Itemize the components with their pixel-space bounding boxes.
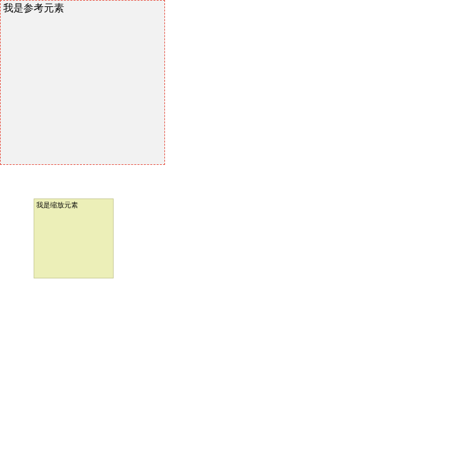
reference-label: 我是参考元素 [1, 1, 164, 16]
scaled-element: 我是缩放元素 [34, 198, 114, 278]
reference-element: 我是参考元素 [0, 0, 165, 165]
scaled-label: 我是缩放元素 [34, 199, 113, 211]
